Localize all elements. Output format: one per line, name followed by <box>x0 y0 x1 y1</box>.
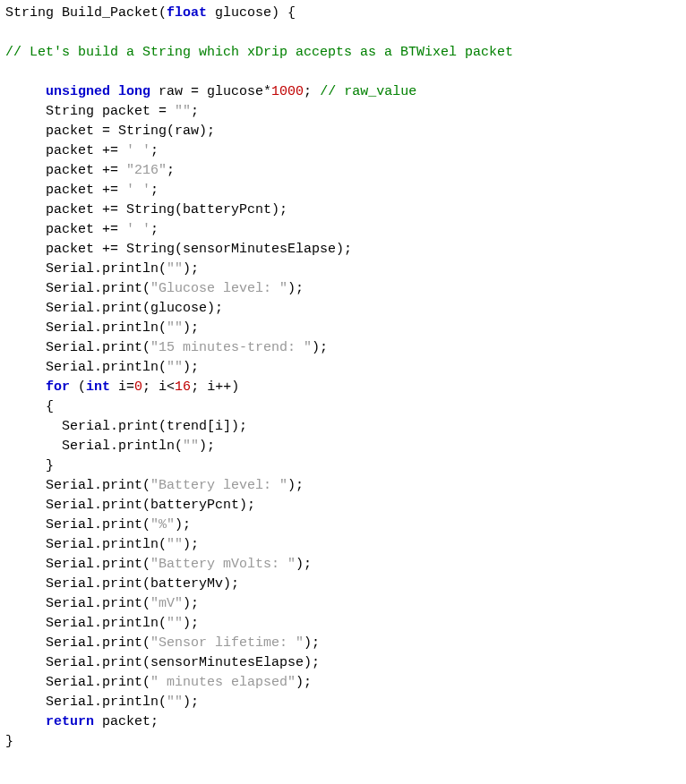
code-text: Serial.println( <box>46 261 167 277</box>
code-text: ; <box>191 104 199 119</box>
code-text: Serial.print(glucose); <box>46 301 223 316</box>
code-string: "Battery level: " <box>150 478 287 493</box>
code-string: "" <box>167 616 183 631</box>
code-text: Serial.print( <box>46 478 150 493</box>
code-number: 16 <box>175 379 191 395</box>
code-text: ); <box>183 537 199 552</box>
code-text: ; i++) <box>191 379 239 395</box>
code-text: } <box>5 734 13 749</box>
code-text: packet += <box>46 163 126 178</box>
code-text: Serial.print(sensorMinutesElapse); <box>46 655 320 670</box>
code-text: ); <box>183 596 199 611</box>
code-text: Serial.println( <box>46 360 167 375</box>
code-string: " minutes elapsed" <box>150 675 296 690</box>
code-text: String Build_Packet( <box>5 5 167 21</box>
code-keyword: float <box>167 5 207 21</box>
code-comment: // Let's build a String which xDrip acce… <box>5 45 513 60</box>
code-block: String Build_Packet(float glucose) { // … <box>0 0 686 755</box>
code-text: Serial.println( <box>62 439 183 454</box>
code-text: ); <box>287 281 304 296</box>
code-text: packet; <box>94 714 159 729</box>
code-text: String packet = <box>46 104 175 119</box>
code-string: "" <box>167 261 183 277</box>
code-string: "" <box>175 104 191 119</box>
code-text: Serial.println( <box>46 695 167 710</box>
code-text: ); <box>296 675 312 690</box>
code-keyword: unsigned <box>46 84 110 99</box>
code-string: ' ' <box>126 183 150 198</box>
code-text: packet += String(sensorMinutesElapse); <box>46 242 352 257</box>
code-text: packet = String(raw); <box>46 124 215 139</box>
code-text: ); <box>183 360 199 375</box>
code-text: } <box>46 458 54 473</box>
code-text: i= <box>110 379 134 395</box>
code-text: Serial.print( <box>46 281 150 296</box>
code-text: ); <box>183 695 199 710</box>
code-text: packet += String(batteryPcnt); <box>46 202 287 217</box>
code-text: ); <box>183 261 199 277</box>
code-text: ; <box>150 143 159 158</box>
code-keyword: int <box>86 379 110 395</box>
code-text: ); <box>183 616 199 631</box>
code-text: Serial.print( <box>46 557 150 572</box>
code-string: "" <box>167 695 183 710</box>
code-keyword: return <box>46 714 94 729</box>
code-text: ); <box>175 517 191 533</box>
code-string: "" <box>183 439 199 454</box>
code-string: "" <box>167 537 183 552</box>
code-text: ; <box>150 222 159 237</box>
code-text: Serial.print( <box>46 596 150 611</box>
code-text: packet += <box>46 143 126 158</box>
code-number: 1000 <box>271 84 304 99</box>
code-text: Serial.println( <box>46 537 167 552</box>
code-text: ); <box>287 478 304 493</box>
code-text: Serial.println( <box>46 320 167 336</box>
code-string: "Sensor lifetime: " <box>150 635 304 651</box>
code-text: packet += <box>46 183 126 198</box>
code-number: 0 <box>134 379 142 395</box>
code-text: Serial.print( <box>46 675 150 690</box>
code-string: "" <box>167 360 183 375</box>
code-text: ); <box>304 635 320 651</box>
code-text: ; <box>167 163 175 178</box>
code-text <box>110 84 118 99</box>
code-string: "Glucose level: " <box>150 281 287 296</box>
code-keyword: for <box>46 379 70 395</box>
code-text: ); <box>296 557 312 572</box>
code-text: ; <box>150 183 159 198</box>
code-text: Serial.print(batteryPcnt); <box>46 498 255 513</box>
code-string: "15 minutes-trend: " <box>150 340 312 355</box>
code-text: ); <box>199 439 215 454</box>
code-text: Serial.print( <box>46 517 150 533</box>
code-text: Serial.print(batteryMv); <box>46 576 239 592</box>
code-string: "" <box>167 320 183 336</box>
code-string: "216" <box>126 163 167 178</box>
code-text: raw = glucose* <box>150 84 271 99</box>
code-text: ); <box>312 340 328 355</box>
code-comment: // raw_value <box>320 84 416 99</box>
code-text: packet += <box>46 222 126 237</box>
code-text: ); <box>183 320 199 336</box>
code-keyword: long <box>118 84 150 99</box>
code-text: { <box>46 399 54 414</box>
code-text: ; i< <box>142 379 175 395</box>
code-text: Serial.print( <box>46 635 150 651</box>
code-text: Serial.println( <box>46 616 167 631</box>
code-text: ( <box>70 379 86 395</box>
code-string: "mV" <box>150 596 183 611</box>
code-text: glucose) { <box>207 5 296 21</box>
code-string: "%" <box>150 517 175 533</box>
code-text: Serial.print( <box>46 340 150 355</box>
code-text: ; <box>304 84 320 99</box>
code-text: Serial.print(trend[i]); <box>62 419 247 434</box>
code-string: ' ' <box>126 143 150 158</box>
code-string: "Battery mVolts: " <box>150 557 296 572</box>
code-string: ' ' <box>126 222 150 237</box>
